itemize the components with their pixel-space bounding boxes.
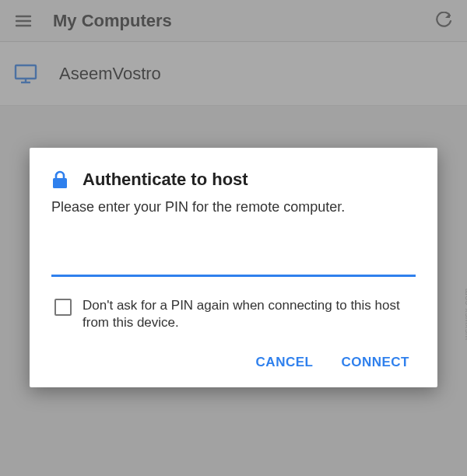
dialog-header: Authenticate to host <box>51 170 416 190</box>
connect-button[interactable]: CONNECT <box>341 355 409 370</box>
remember-label: Don't ask for a PIN again when connectin… <box>83 297 416 331</box>
app-screen: My Computers AseemVostro <box>0 0 467 476</box>
dialog-actions: CANCEL CONNECT <box>51 355 416 375</box>
remember-row[interactable]: Don't ask for a PIN again when connectin… <box>51 297 416 331</box>
pin-input[interactable] <box>51 240 416 277</box>
cancel-button[interactable]: CANCEL <box>256 355 314 370</box>
svg-rect-6 <box>53 178 67 188</box>
lock-icon <box>51 170 72 190</box>
auth-dialog: Authenticate to host Please enter your P… <box>30 148 437 387</box>
dialog-title: Authenticate to host <box>83 170 248 190</box>
dialog-message: Please enter your PIN for the remote com… <box>51 198 416 216</box>
watermark: wsxwsx.com <box>462 288 467 340</box>
remember-checkbox[interactable] <box>54 299 72 316</box>
